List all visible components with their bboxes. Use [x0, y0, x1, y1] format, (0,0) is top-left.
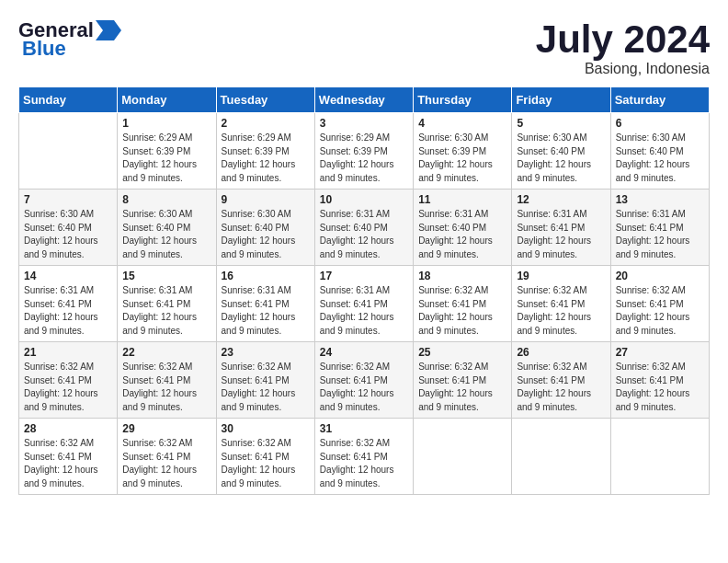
calendar-cell: 27Sunrise: 6:32 AM Sunset: 6:41 PM Dayli…	[610, 342, 709, 419]
calendar-cell: 9Sunrise: 6:30 AM Sunset: 6:40 PM Daylig…	[216, 190, 314, 266]
day-number: 18	[418, 270, 506, 282]
calendar-cell: 26Sunrise: 6:32 AM Sunset: 6:41 PM Dayli…	[512, 342, 610, 419]
calendar-week-row: 21Sunrise: 6:32 AM Sunset: 6:41 PM Dayli…	[19, 342, 710, 419]
day-number: 12	[517, 193, 605, 206]
logo-arrow-icon	[96, 20, 121, 40]
day-number: 11	[418, 193, 506, 206]
day-info: Sunrise: 6:31 AM Sunset: 6:41 PM Dayligh…	[222, 284, 310, 338]
day-info: Sunrise: 6:29 AM Sunset: 6:39 PM Dayligh…	[122, 132, 210, 185]
day-info: Sunrise: 6:31 AM Sunset: 6:41 PM Dayligh…	[517, 208, 605, 261]
calendar-cell: 12Sunrise: 6:31 AM Sunset: 6:41 PM Dayli…	[512, 190, 610, 266]
calendar-cell: 15Sunrise: 6:31 AM Sunset: 6:41 PM Dayli…	[118, 266, 216, 342]
calendar-cell: 13Sunrise: 6:31 AM Sunset: 6:41 PM Dayli…	[610, 190, 709, 266]
day-number: 7	[24, 193, 112, 206]
day-info: Sunrise: 6:30 AM Sunset: 6:40 PM Dayligh…	[222, 208, 310, 261]
calendar-cell: 23Sunrise: 6:32 AM Sunset: 6:41 PM Dayli…	[216, 342, 314, 419]
calendar-cell	[512, 419, 610, 495]
day-info: Sunrise: 6:30 AM Sunset: 6:39 PM Dayligh…	[418, 132, 506, 185]
calendar-cell: 19Sunrise: 6:32 AM Sunset: 6:41 PM Dayli…	[512, 266, 610, 342]
day-number: 13	[616, 193, 704, 206]
day-number: 30	[222, 422, 310, 435]
day-number: 1	[122, 117, 210, 130]
calendar-cell: 17Sunrise: 6:31 AM Sunset: 6:41 PM Dayli…	[314, 266, 413, 342]
calendar-cell	[610, 419, 709, 495]
day-info: Sunrise: 6:31 AM Sunset: 6:41 PM Dayligh…	[122, 284, 210, 338]
calendar-cell: 16Sunrise: 6:31 AM Sunset: 6:41 PM Dayli…	[216, 266, 314, 342]
day-info: Sunrise: 6:31 AM Sunset: 6:41 PM Dayligh…	[24, 284, 112, 338]
day-of-week-header: Friday	[512, 87, 610, 113]
day-info: Sunrise: 6:29 AM Sunset: 6:39 PM Dayligh…	[320, 132, 408, 185]
day-number: 19	[517, 270, 605, 282]
day-number: 27	[616, 346, 704, 359]
calendar-cell: 24Sunrise: 6:32 AM Sunset: 6:41 PM Dayli…	[314, 342, 413, 419]
day-number: 6	[616, 117, 704, 130]
calendar-cell: 21Sunrise: 6:32 AM Sunset: 6:41 PM Dayli…	[19, 342, 118, 419]
day-info: Sunrise: 6:32 AM Sunset: 6:41 PM Dayligh…	[418, 284, 506, 338]
day-info: Sunrise: 6:32 AM Sunset: 6:41 PM Dayligh…	[24, 361, 112, 414]
day-number: 17	[320, 270, 408, 282]
calendar-cell: 1Sunrise: 6:29 AM Sunset: 6:39 PM Daylig…	[118, 113, 216, 190]
calendar-cell: 8Sunrise: 6:30 AM Sunset: 6:40 PM Daylig…	[118, 190, 216, 266]
calendar-cell: 5Sunrise: 6:30 AM Sunset: 6:40 PM Daylig…	[512, 113, 610, 190]
day-info: Sunrise: 6:32 AM Sunset: 6:41 PM Dayligh…	[517, 284, 605, 338]
day-info: Sunrise: 6:32 AM Sunset: 6:41 PM Dayligh…	[24, 437, 112, 490]
calendar-cell: 18Sunrise: 6:32 AM Sunset: 6:41 PM Dayli…	[414, 266, 512, 342]
day-info: Sunrise: 6:32 AM Sunset: 6:41 PM Dayligh…	[222, 437, 310, 490]
day-number: 23	[222, 346, 310, 359]
day-number: 25	[418, 346, 506, 359]
day-of-week-header: Sunday	[19, 87, 118, 113]
day-info: Sunrise: 6:31 AM Sunset: 6:40 PM Dayligh…	[418, 208, 506, 261]
calendar-cell: 22Sunrise: 6:32 AM Sunset: 6:41 PM Dayli…	[118, 342, 216, 419]
day-of-week-header: Monday	[118, 87, 216, 113]
calendar-week-row: 1Sunrise: 6:29 AM Sunset: 6:39 PM Daylig…	[19, 113, 710, 190]
day-number: 5	[517, 117, 605, 130]
calendar-cell	[414, 419, 512, 495]
day-number: 22	[122, 346, 210, 359]
day-info: Sunrise: 6:32 AM Sunset: 6:41 PM Dayligh…	[616, 361, 704, 414]
day-number: 24	[320, 346, 408, 359]
calendar-cell: 20Sunrise: 6:32 AM Sunset: 6:41 PM Dayli…	[610, 266, 709, 342]
calendar-cell: 4Sunrise: 6:30 AM Sunset: 6:39 PM Daylig…	[414, 113, 512, 190]
calendar-header-row: SundayMondayTuesdayWednesdayThursdayFrid…	[19, 87, 710, 113]
day-info: Sunrise: 6:32 AM Sunset: 6:41 PM Dayligh…	[320, 437, 408, 490]
calendar-cell	[19, 113, 118, 190]
day-number: 4	[418, 117, 506, 130]
day-info: Sunrise: 6:31 AM Sunset: 6:41 PM Dayligh…	[320, 284, 408, 338]
calendar-cell: 25Sunrise: 6:32 AM Sunset: 6:41 PM Dayli…	[414, 342, 512, 419]
calendar-week-row: 28Sunrise: 6:32 AM Sunset: 6:41 PM Dayli…	[19, 419, 710, 495]
page-header: General Blue July 2024 Basiong, Indonesi…	[18, 18, 710, 77]
logo: General Blue	[18, 18, 121, 61]
day-number: 3	[320, 117, 408, 130]
day-number: 15	[122, 270, 210, 282]
calendar-cell: 30Sunrise: 6:32 AM Sunset: 6:41 PM Dayli…	[216, 419, 314, 495]
day-number: 8	[122, 193, 210, 206]
day-info: Sunrise: 6:30 AM Sunset: 6:40 PM Dayligh…	[122, 208, 210, 261]
calendar-cell: 11Sunrise: 6:31 AM Sunset: 6:40 PM Dayli…	[414, 190, 512, 266]
calendar-body: 1Sunrise: 6:29 AM Sunset: 6:39 PM Daylig…	[19, 113, 710, 495]
day-info: Sunrise: 6:32 AM Sunset: 6:41 PM Dayligh…	[122, 361, 210, 414]
day-number: 2	[222, 117, 310, 130]
day-info: Sunrise: 6:30 AM Sunset: 6:40 PM Dayligh…	[24, 208, 112, 261]
calendar-cell: 29Sunrise: 6:32 AM Sunset: 6:41 PM Dayli…	[118, 419, 216, 495]
day-number: 28	[24, 422, 112, 435]
day-of-week-header: Thursday	[414, 87, 512, 113]
day-number: 14	[24, 270, 112, 282]
location-label: Basiong, Indonesia	[536, 61, 710, 77]
calendar-title-block: July 2024 Basiong, Indonesia	[536, 18, 710, 77]
calendar-cell: 3Sunrise: 6:29 AM Sunset: 6:39 PM Daylig…	[314, 113, 413, 190]
day-number: 9	[222, 193, 310, 206]
calendar-cell: 7Sunrise: 6:30 AM Sunset: 6:40 PM Daylig…	[19, 190, 118, 266]
day-info: Sunrise: 6:32 AM Sunset: 6:41 PM Dayligh…	[616, 284, 704, 338]
day-info: Sunrise: 6:31 AM Sunset: 6:40 PM Dayligh…	[320, 208, 408, 261]
day-number: 31	[320, 422, 408, 435]
month-year-title: July 2024	[536, 18, 710, 61]
day-info: Sunrise: 6:32 AM Sunset: 6:41 PM Dayligh…	[320, 361, 408, 414]
calendar-cell: 28Sunrise: 6:32 AM Sunset: 6:41 PM Dayli…	[19, 419, 118, 495]
calendar-cell: 10Sunrise: 6:31 AM Sunset: 6:40 PM Dayli…	[314, 190, 413, 266]
day-info: Sunrise: 6:30 AM Sunset: 6:40 PM Dayligh…	[616, 132, 704, 185]
day-number: 26	[517, 346, 605, 359]
calendar-cell: 2Sunrise: 6:29 AM Sunset: 6:39 PM Daylig…	[216, 113, 314, 190]
day-info: Sunrise: 6:32 AM Sunset: 6:41 PM Dayligh…	[418, 361, 506, 414]
calendar-table: SundayMondayTuesdayWednesdayThursdayFrid…	[18, 86, 710, 495]
day-of-week-header: Wednesday	[314, 87, 413, 113]
